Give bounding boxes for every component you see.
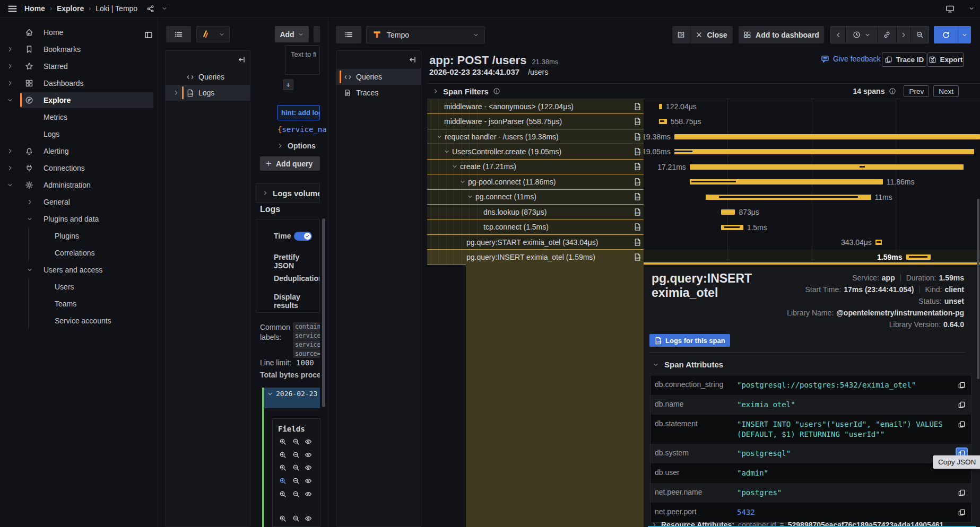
tempo-datasource-picker[interactable]: Tempo [366,26,485,43]
trace-id-button[interactable]: Trace ID [882,52,926,67]
chevron-down-icon[interactable] [27,216,33,222]
toggle-visibility-icon[interactable] [305,477,312,485]
pane-nav-queries[interactable]: Queries [336,69,421,85]
span-duration-bar[interactable] [659,119,667,124]
span-row[interactable]: request handler - /users (19.38ms)LOG19.… [427,129,980,144]
chevron-down-icon[interactable] [7,182,13,188]
chevron-down-icon[interactable] [436,134,443,140]
sidebar-item-administration[interactable]: Administration [0,177,158,194]
span-duration-bar[interactable] [690,179,883,185]
filter-for-value-icon[interactable] [279,490,287,498]
span-duration-bar[interactable] [690,164,964,170]
span-row[interactable]: pg.query:START eximia_otel (343.04μs)LOG… [427,235,980,250]
sidebar-item-dashboards[interactable]: Dashboards [0,75,158,92]
span-row[interactable]: tcp.connect (1.5ms)LOG1.5ms [427,220,980,235]
close-split-button[interactable]: ,Close [690,26,733,43]
span-duration-bar[interactable] [674,134,980,139]
copy-value-icon[interactable] [957,488,967,498]
trace-scrollbar[interactable] [977,199,979,379]
copy-link-button[interactable] [877,27,896,43]
chevron-down-icon[interactable] [467,194,473,200]
span-logs-icon[interactable]: LOG [632,178,641,186]
span-duration-bar[interactable] [721,209,735,215]
span-logs-icon[interactable]: LOG [632,163,641,171]
span-logs-icon[interactable]: LOG [632,102,641,110]
loki-add-button[interactable]: Add [275,26,309,42]
logs-volume-section[interactable]: Logs volume [256,183,320,203]
add-operation-button[interactable]: + [283,80,293,90]
span-row[interactable]: pg-pool.connect (11.86ms)LOG11.86ms [427,174,980,189]
sidebar-item-connections[interactable]: Connections [0,160,158,177]
widen-pane-button[interactable] [672,26,690,43]
collapse-pane-icon[interactable] [238,56,246,64]
span-row[interactable]: dns.lookup (873μs)LOG873μs [427,205,980,219]
breadcrumb-explore[interactable]: Explore [57,4,84,13]
sidebar-item-metrics[interactable]: Metrics [0,109,158,126]
run-query-button[interactable] [934,26,958,43]
share-icon[interactable] [146,5,154,13]
add-to-dashboard-button[interactable]: Add to dashboard [739,26,824,43]
sidebar-item-general[interactable]: General [0,194,158,210]
span-duration-bar[interactable] [721,225,743,230]
filter-for-value-icon[interactable] [279,438,287,445]
sidebar-item-correlations[interactable]: Correlations [0,244,158,261]
chevron-right-icon[interactable] [7,165,13,171]
sidebar-item-logs[interactable]: Logs [0,126,158,143]
log-row[interactable]: 2026-02-23 2 [264,388,320,408]
chevron-right-icon[interactable] [432,88,439,94]
export-button[interactable]: Export [927,52,964,67]
chevron-down-icon[interactable] [459,179,466,185]
copy-value-icon[interactable] [957,419,967,429]
filter-for-value-icon[interactable] [279,464,287,471]
screen-share-icon[interactable] [946,4,955,13]
span-filters-label[interactable]: Span Filters [443,87,489,96]
filter-for-value-icon[interactable] [279,515,287,522]
copy-value-icon[interactable] [957,507,967,517]
span-duration-bar[interactable] [706,195,871,200]
span-row[interactable]: pg.connect (11ms)LOG11ms [427,190,980,205]
time-picker-button[interactable] [845,27,877,43]
span-row[interactable]: UsersController.create (19.05ms)LOG19.05… [427,144,980,159]
text-to-find-input[interactable]: Text to fi [285,45,320,75]
span-duration-bar[interactable] [875,240,882,245]
span-logs-icon[interactable]: LOG [632,223,641,231]
chevron-right-icon[interactable] [7,63,13,69]
chevron-down-icon[interactable] [27,267,33,273]
span-duration-bar[interactable] [906,254,931,260]
pane-nav-logs[interactable]: LOGLogs [166,85,250,101]
span-logs-icon[interactable]: LOG [632,253,641,261]
toggle-visibility-icon[interactable] [305,464,312,471]
span-logs-icon[interactable]: LOG [632,238,641,246]
info-icon[interactable] [889,87,896,95]
sidebar-item-home[interactable]: Home [0,24,158,41]
sidebar-item-alerting[interactable]: Alerting [0,143,158,160]
filter-out-value-icon[interactable] [292,451,300,459]
filter-for-value-icon[interactable] [279,477,287,485]
chevron-down-icon[interactable] [444,148,450,155]
span-logs-icon[interactable]: LOG [632,208,641,216]
logql-code-line[interactable]: {service_na [277,125,327,134]
clipped-toolbar-button[interactable] [314,26,320,42]
pane-nav-queries[interactable]: Queries [166,69,250,85]
span-row[interactable]: middleware - <anonymous> (122.04μs)LOG12… [427,99,980,114]
next-span-button[interactable]: Next [933,85,959,97]
toggle-visibility-icon[interactable] [305,451,312,459]
chevron-right-icon[interactable] [7,148,13,154]
sidebar-item-teams[interactable]: Teams [0,295,158,312]
span-row[interactable]: middleware - jsonParser (558.75μs)LOG558… [427,114,980,129]
sidebar-item-plugins[interactable]: Plugins [0,227,158,244]
breadcrumb-home[interactable]: Home [24,4,45,13]
filter-out-value-icon[interactable] [292,515,300,522]
prev-span-button[interactable]: Prev [904,85,929,97]
span-logs-icon[interactable]: LOG [632,118,641,126]
chevron-down-icon[interactable] [161,5,168,12]
menu-icon[interactable] [7,4,18,14]
chevron-right-icon[interactable] [173,90,179,96]
span-logs-icon[interactable]: LOG [632,133,641,140]
dock-sidebar-icon[interactable] [144,31,153,39]
run-query-interval-button[interactable] [958,26,971,43]
loki-query-history-button[interactable] [166,26,191,42]
loki-pane-scrollbar[interactable] [322,218,325,407]
move-forward-button[interactable] [896,27,910,43]
toggle-visibility-icon[interactable] [305,438,312,445]
